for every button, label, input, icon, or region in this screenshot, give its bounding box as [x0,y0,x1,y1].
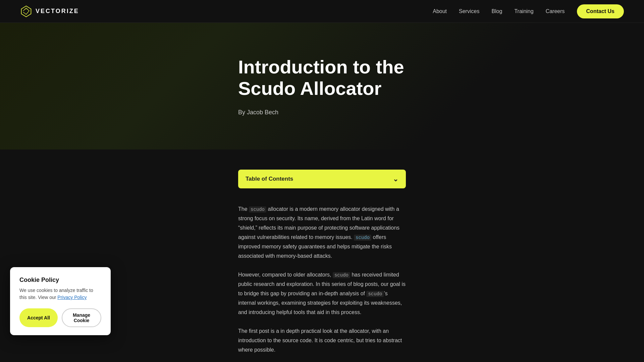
code-scudo-1: scudo [249,206,266,213]
code-scudo-2: scudo [333,272,350,278]
privacy-policy-link[interactable]: Privacy Policy [57,295,87,300]
article-paragraph-2: However, compared to older allocators, s… [238,270,406,317]
cookie-text: We use cookies to analyze traffic to thi… [19,287,101,301]
nav-services[interactable]: Services [459,8,479,14]
author-prefix: By [238,109,247,116]
toc-chevron-icon: ⌄ [393,175,398,183]
code-scudo-3: scudo [366,291,384,297]
hero-section: Introduction to the Scudo Allocator By J… [0,23,644,149]
author-name: Jacob Bech [247,109,278,116]
article-paragraph-3: The first post is a in depth practical l… [238,326,406,355]
manage-cookie-button[interactable]: Manage Cookie [62,308,101,327]
accept-all-button[interactable]: Accept All [19,308,58,327]
article-title: Introduction to the Scudo Allocator [238,56,406,100]
brand-name: VECTORIZE [36,8,79,15]
article-paragraph-1: The scudo allocator is a modern memory a… [238,204,406,261]
cookie-title: Cookie Policy [19,277,101,284]
nav-training[interactable]: Training [514,8,533,14]
nav-careers[interactable]: Careers [546,8,565,14]
cookie-buttons: Accept All Manage Cookie [19,308,101,327]
contact-us-button[interactable]: Contact Us [577,4,624,18]
code-link-scudo-1[interactable]: scudo [354,235,371,241]
logo-icon [20,5,32,17]
nav-about[interactable]: About [433,8,447,14]
nav-blog[interactable]: Blog [491,8,502,14]
table-of-contents[interactable]: Table of Contents ⌄ [238,170,406,188]
navbar: VECTORIZE About Services Blog Training C… [0,0,644,23]
cookie-banner: Cookie Policy We use cookies to analyze … [10,267,111,335]
article-author: By Jacob Bech [238,109,406,116]
nav-links: About Services Blog Training Careers Con… [433,4,624,18]
toc-label: Table of Contents [246,176,293,182]
brand-logo[interactable]: VECTORIZE [20,5,79,17]
